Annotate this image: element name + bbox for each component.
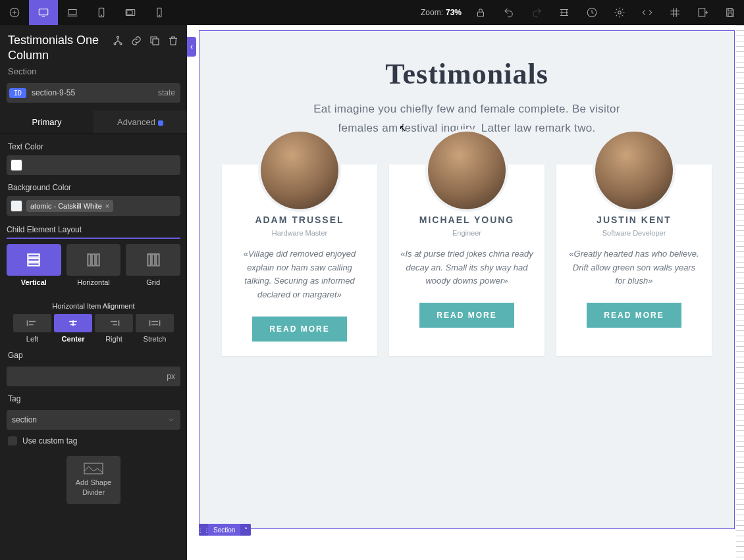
bg-color-field[interactable]: atomic - Catskill White× <box>7 196 180 216</box>
device-tablet-button[interactable] <box>87 0 116 25</box>
svg-rect-14 <box>728 13 732 16</box>
selected-section[interactable]: Testimonials Eat imagine you chiefly few… <box>199 30 735 529</box>
zoom-label: Zoom: <box>421 8 443 17</box>
avatar <box>428 132 506 209</box>
layout-grid-button[interactable] <box>126 244 180 276</box>
add-shape-divider-button[interactable]: Add Shape Divider <box>66 456 120 504</box>
avatar <box>595 132 673 209</box>
align-stretch-button[interactable] <box>136 314 174 332</box>
align-left-button[interactable] <box>13 314 51 332</box>
testimonial-name: ADAM TRUSSEL <box>232 215 367 225</box>
svg-rect-12 <box>699 9 705 16</box>
testimonial-card[interactable]: JUSTIN KENTSoftware Developer«Greatly he… <box>556 165 712 356</box>
align-center-button[interactable] <box>54 314 92 332</box>
testimonial-role: Software Developer <box>567 229 701 237</box>
text-color-swatch[interactable] <box>11 159 22 171</box>
text-color-label: Text Color <box>0 134 187 155</box>
testimonial-quote: «Greatly hearted has who believe. Drift … <box>567 247 701 288</box>
testimonial-quote: «Village did removed enjoyed explain nor… <box>232 247 367 302</box>
svg-rect-9 <box>478 12 484 16</box>
delete-icon[interactable] <box>167 35 179 47</box>
element-id-field[interactable]: ID section-9-55 state <box>7 83 180 103</box>
drag-grip-icon[interactable]: ⋮⋮ <box>199 524 208 536</box>
structure-button[interactable] <box>550 0 578 25</box>
testimonial-card[interactable]: ADAM TRUSSELHardware Master«Village did … <box>222 165 377 356</box>
code-button[interactable] <box>633 0 661 25</box>
svg-point-16 <box>114 43 116 45</box>
custom-tag-checkbox[interactable]: Use custom tag <box>8 436 179 445</box>
top-toolbar: Zoom: 73% <box>0 0 744 25</box>
id-chip: ID <box>9 88 26 98</box>
svg-rect-27 <box>156 254 159 265</box>
svg-rect-1 <box>39 9 48 15</box>
layout-vertical-button[interactable] <box>7 244 61 276</box>
device-phone-button[interactable] <box>145 0 174 25</box>
read-more-button[interactable]: READ MORE <box>419 303 514 328</box>
svg-rect-13 <box>728 9 732 11</box>
svg-point-11 <box>618 11 622 14</box>
state-toggle[interactable]: state <box>158 88 175 97</box>
testimonial-name: JUSTIN KENT <box>567 215 701 225</box>
device-desktop-button[interactable] <box>29 0 58 25</box>
element-type: Section <box>0 66 187 83</box>
properties-panel: Testimonials One Column Section ID secti… <box>0 25 187 560</box>
svg-rect-24 <box>96 254 99 265</box>
chevron-down-icon <box>167 416 175 424</box>
duplicate-icon[interactable] <box>149 35 161 47</box>
lock-button[interactable] <box>467 0 494 25</box>
grid-button[interactable] <box>661 0 689 25</box>
svg-rect-19 <box>28 254 40 257</box>
zoom-indicator[interactable]: Zoom: 73% <box>415 8 467 17</box>
svg-rect-22 <box>88 254 90 265</box>
add-element-button[interactable] <box>0 0 29 25</box>
tree-icon[interactable] <box>112 35 124 47</box>
tag-value: section <box>12 415 37 424</box>
export-button[interactable] <box>689 0 716 25</box>
svg-rect-23 <box>92 254 95 265</box>
read-more-button[interactable]: READ MORE <box>252 317 346 342</box>
device-tablet-landscape-button[interactable] <box>116 0 145 25</box>
align-right-button[interactable] <box>95 314 133 332</box>
svg-rect-18 <box>153 39 159 45</box>
save-button[interactable] <box>716 0 744 25</box>
advanced-indicator-icon <box>158 120 163 126</box>
collapse-panel-button[interactable]: ‹ <box>187 37 196 57</box>
settings-button[interactable] <box>606 0 633 25</box>
read-more-button[interactable]: READ MORE <box>587 303 681 328</box>
testimonial-name: MICHAEL YOUNG <box>400 215 534 225</box>
id-value: section-9-55 <box>32 88 75 97</box>
history-button[interactable] <box>578 0 606 25</box>
svg-rect-26 <box>152 254 155 265</box>
testimonial-card[interactable]: MICHAEL YOUNGEngineer«Is at purse tried … <box>389 165 545 356</box>
tag-select[interactable]: section <box>7 410 180 430</box>
svg-rect-6 <box>127 11 132 14</box>
svg-rect-2 <box>68 10 76 15</box>
bg-color-swatch[interactable] <box>11 200 22 212</box>
tab-advanced[interactable]: Advanced <box>93 111 187 134</box>
element-title: Testimonials One Column <box>8 33 112 63</box>
svg-rect-25 <box>147 254 150 265</box>
section-heading[interactable]: Testimonials <box>214 57 720 91</box>
svg-rect-21 <box>28 263 40 265</box>
canvas: ‹ Testimonials Eat imagine you chiefly f… <box>187 25 744 560</box>
chevron-up-icon[interactable]: ˄ <box>240 524 251 536</box>
text-color-field[interactable] <box>7 155 180 175</box>
tab-primary[interactable]: Primary <box>0 111 93 134</box>
h-align-label: Horizontal Item Alignment <box>0 302 187 310</box>
bg-color-label: Background Color <box>0 175 187 196</box>
gap-field[interactable]: px <box>7 367 180 386</box>
gap-label: Gap <box>0 343 187 364</box>
remove-color-icon[interactable]: × <box>105 202 109 210</box>
layout-horizontal-button[interactable] <box>66 244 121 276</box>
redo-button[interactable] <box>523 0 550 25</box>
testimonial-role: Engineer <box>400 229 534 237</box>
link-icon[interactable] <box>130 35 142 47</box>
tag-label: Tag <box>0 386 187 407</box>
bg-color-chip[interactable]: atomic - Catskill White× <box>26 200 113 212</box>
zoom-value: 73% <box>446 8 462 17</box>
device-laptop-button[interactable] <box>58 0 87 25</box>
undo-button[interactable] <box>495 0 523 25</box>
selection-badge[interactable]: ⋮⋮ Section ˄ <box>199 524 251 536</box>
testimonial-role: Hardware Master <box>232 229 367 237</box>
avatar <box>261 132 338 209</box>
